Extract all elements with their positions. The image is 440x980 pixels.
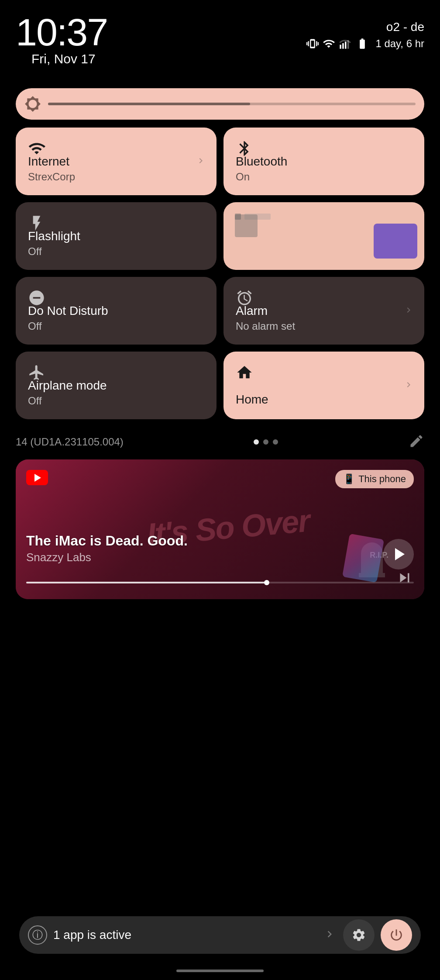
dnd-label: Do Not Disturb (28, 304, 204, 318)
svg-rect-3 (347, 40, 349, 49)
battery-icon (354, 38, 370, 50)
internet-sublabel: StrexCorp (28, 171, 204, 183)
dot-2 (263, 439, 268, 445)
progress-thumb (264, 580, 269, 585)
flashlight-label: Flashlight (28, 229, 204, 244)
info-icon: ⓘ (28, 925, 47, 945)
tile-flashlight[interactable]: Flashlight Off (16, 202, 217, 270)
chevron-right-icon (323, 928, 336, 942)
svg-rect-1 (343, 43, 344, 49)
bluetooth-icon (236, 140, 253, 159)
play-button[interactable] (383, 539, 414, 569)
home-indicator (176, 970, 264, 972)
tile-alarm[interactable]: Alarm No alarm set (223, 277, 424, 345)
vibrate-icon (306, 38, 319, 50)
media-title: The iMac is Dead. Good. (26, 533, 188, 549)
media-info: The iMac is Dead. Good. Snazzy Labs (26, 533, 188, 564)
status-right: o2 - de 1 day, 6 hr (306, 13, 424, 50)
bluetooth-label: Bluetooth (236, 154, 412, 169)
edit-icon[interactable] (409, 433, 424, 451)
album-art (342, 534, 384, 583)
bluetooth-sublabel: On (236, 171, 412, 183)
brightness-icon (24, 96, 41, 112)
battery-text: 1 day, 6 hr (375, 38, 424, 50)
signal-icon (339, 38, 351, 50)
svg-rect-0 (340, 45, 342, 48)
status-icons: 1 day, 6 hr (306, 38, 424, 50)
home-arrow (403, 380, 414, 392)
status-bar: 10:37 Fri, Nov 17 o2 - de (0, 0, 440, 79)
youtube-icon (26, 470, 48, 485)
wifi-icon (322, 38, 335, 50)
tile-airplane[interactable]: Airplane mode Off (16, 352, 217, 419)
active-app-text: 1 app is active (53, 928, 317, 942)
brightness-track[interactable] (48, 103, 416, 105)
tile-bluetooth[interactable]: Bluetooth On (223, 128, 424, 195)
dot-3 (273, 439, 278, 445)
alarm-sublabel: No alarm set (236, 320, 412, 332)
power-button[interactable] (381, 919, 412, 951)
media-logo (26, 470, 48, 485)
wifi-tile-icon (28, 140, 45, 159)
bottom-active-bar[interactable]: ⓘ 1 app is active (19, 916, 421, 954)
dnd-sublabel: Off (28, 320, 204, 332)
settings-button[interactable] (343, 919, 375, 951)
tiles-grid: Internet StrexCorp Bluetooth On Flashlig… (0, 128, 440, 419)
screen-preview-square (235, 214, 258, 237)
tile-screen[interactable] (223, 202, 424, 270)
airplane-label: Airplane mode (28, 378, 204, 393)
version-row: 14 (UD1A.231105.004) (0, 426, 440, 459)
airplane-sublabel: Off (28, 395, 204, 407)
bottom-actions (343, 919, 412, 951)
airplane-icon (28, 364, 45, 383)
brightness-slider[interactable] (16, 88, 424, 120)
home-label: Home (236, 392, 412, 407)
dnd-icon (28, 289, 45, 308)
page-dots (254, 439, 278, 445)
tile-dnd[interactable]: Do Not Disturb Off (16, 277, 217, 345)
carrier: o2 - de (386, 20, 424, 34)
tile-internet[interactable]: Internet StrexCorp (16, 128, 217, 195)
version-text: 14 (UD1A.231105.004) (16, 436, 124, 448)
skip-next-button[interactable] (395, 569, 414, 589)
screen-purple-block (374, 224, 417, 259)
internet-arrow (196, 155, 206, 168)
alarm-label: Alarm (236, 304, 412, 318)
alarm-arrow (403, 305, 414, 317)
clock: 10:37 (16, 13, 111, 52)
brightness-fill (48, 103, 250, 105)
date: Fri, Nov 17 (16, 52, 111, 75)
yt-play-icon (34, 474, 41, 482)
media-artist: Snazzy Labs (26, 551, 188, 564)
phone-icon-badge: 📱 (343, 473, 355, 485)
media-progress-bar[interactable] (26, 582, 414, 583)
play-icon (395, 548, 405, 560)
home-icon (236, 364, 253, 383)
flashlight-icon (28, 214, 45, 234)
tile-home[interactable]: Home (223, 352, 424, 419)
flashlight-sublabel: Off (28, 245, 204, 258)
media-progress-fill (26, 582, 267, 583)
media-player-card[interactable]: It's So Over R.I.P. 📱 This phone The iMa… (16, 459, 424, 599)
this-phone-badge[interactable]: 📱 This phone (335, 470, 414, 488)
svg-rect-2 (345, 41, 347, 48)
internet-label: Internet (28, 154, 204, 169)
dot-1 (254, 439, 259, 445)
alarm-icon (236, 289, 253, 308)
active-app-info: ⓘ 1 app is active (28, 925, 336, 945)
this-phone-label: This phone (358, 473, 406, 485)
